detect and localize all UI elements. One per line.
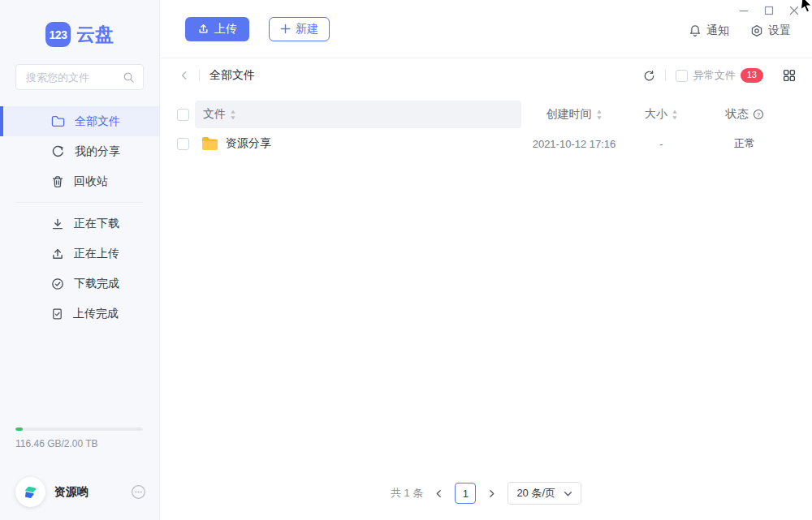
abnormal-files-label: 异常文件 — [693, 68, 736, 83]
main-panel: 上传 新建 通知 设置 — [160, 0, 812, 520]
sidebar-item-label: 正在上传 — [74, 247, 119, 261]
refresh-icon[interactable] — [643, 70, 655, 82]
new-button-label: 新建 — [296, 22, 318, 37]
upload-tray-icon — [197, 23, 209, 35]
breadcrumb-current: 全部文件 — [209, 68, 255, 83]
sidebar-item-upload-complete[interactable]: 上传完成 — [0, 299, 159, 329]
toolbar-right: 通知 设置 — [689, 24, 812, 38]
trash-icon — [51, 175, 74, 188]
select-all-checkbox[interactable] — [177, 109, 189, 121]
user-name: 资源哟 — [54, 485, 131, 500]
sort-carets-icon[interactable] — [672, 110, 678, 120]
search-box[interactable] — [15, 64, 144, 90]
breadcrumb-bar: 全部文件 异常文件 13 — [160, 60, 812, 91]
storage-progress-fill — [15, 428, 23, 431]
upload-icon — [51, 247, 74, 260]
app-logo: 123 云盘 — [0, 22, 159, 47]
column-label-size: 大小 — [645, 107, 667, 122]
table-header-row: 文件 创建时间 大小 — [177, 101, 793, 128]
next-page-icon[interactable] — [487, 489, 496, 498]
notifications-button[interactable]: 通知 — [689, 24, 729, 38]
storage-usage-label: 116.46 GB/2.00 TB — [15, 438, 143, 449]
doc-check-icon — [51, 307, 73, 320]
search-input[interactable] — [24, 71, 123, 84]
page-size-value: 20 条/页 — [516, 486, 555, 501]
close-button[interactable] — [789, 6, 799, 15]
sort-carets-icon[interactable] — [230, 110, 236, 120]
folder-icon — [51, 115, 75, 127]
grid-view-icon[interactable] — [783, 69, 796, 82]
sidebar-item-label: 回收站 — [74, 174, 108, 189]
file-created-time: 2021-10-12 17:16 — [533, 138, 616, 150]
plus-icon — [280, 24, 291, 34]
chevron-down-icon — [564, 489, 572, 498]
abnormal-files-checkbox[interactable] — [676, 70, 688, 82]
sort-carets-icon[interactable] — [596, 110, 603, 120]
sidebar-item-all-files[interactable]: 全部文件 — [0, 106, 159, 136]
notifications-label: 通知 — [706, 24, 729, 38]
sidebar-item-label: 我的分享 — [75, 144, 120, 159]
file-status: 正常 — [734, 136, 755, 151]
search-icon[interactable] — [123, 71, 135, 84]
settings-label: 设置 — [768, 24, 791, 38]
sidebar-item-recycle-bin[interactable]: 回收站 — [0, 166, 159, 196]
app-window: 123 云盘 全部文件 我的分享 — [0, 0, 812, 520]
sidebar-divider — [16, 202, 143, 203]
pagination: 共 1 条 1 20 条/页 — [160, 473, 812, 520]
sidebar-nav: 全部文件 我的分享 回收站 — [0, 106, 159, 196]
prev-page-icon[interactable] — [434, 489, 443, 498]
gear-icon — [750, 24, 763, 37]
storage-progress-track — [15, 428, 143, 431]
logo-123-icon: 123 — [45, 22, 71, 47]
folder-yellow-icon — [201, 136, 218, 151]
user-account[interactable]: 资源哟 — [0, 449, 159, 520]
sidebar-item-uploading[interactable]: 正在上传 — [0, 239, 159, 269]
back-button[interactable] — [179, 71, 189, 80]
avatar[interactable] — [15, 477, 45, 507]
upload-button[interactable]: 上传 — [185, 17, 249, 41]
sidebar-item-downloading[interactable]: 正在下载 — [0, 208, 159, 239]
sidebar-item-label: 下载完成 — [74, 277, 119, 291]
column-label-file: 文件 — [203, 107, 226, 122]
window-controls — [739, 6, 799, 15]
filter-bar: 异常文件 13 — [643, 68, 796, 83]
new-button[interactable]: 新建 — [269, 17, 330, 41]
abnormal-count-badge: 13 — [741, 68, 763, 82]
file-name[interactable]: 资源分享 — [226, 136, 271, 151]
row-checkbox[interactable] — [177, 138, 189, 150]
check-circle-icon — [51, 277, 74, 290]
sidebar-item-my-shares[interactable]: 我的分享 — [0, 136, 159, 166]
page-size-select[interactable]: 20 条/页 — [508, 482, 581, 505]
sidebar-transfer-nav: 正在下载 正在上传 下载完成 上传完成 — [0, 208, 159, 329]
column-label-status: 状态 — [726, 107, 749, 122]
download-icon — [51, 217, 74, 230]
maximize-button[interactable] — [764, 6, 774, 15]
page-number-button[interactable]: 1 — [455, 483, 476, 504]
filter-divider — [665, 70, 666, 81]
settings-button[interactable]: 设置 — [750, 24, 791, 38]
sidebar: 123 云盘 全部文件 我的分享 — [0, 0, 160, 520]
help-icon[interactable]: ? — [753, 109, 764, 120]
row-file-cell[interactable]: 资源分享 — [195, 136, 521, 151]
storage-usage: 116.46 GB/2.00 TB — [15, 428, 143, 449]
column-label-created: 创建时间 — [546, 107, 592, 122]
pagination-total: 共 1 条 — [391, 486, 423, 501]
bell-icon — [689, 24, 702, 37]
column-header-status: 状态 ? — [696, 107, 793, 122]
breadcrumb-divider — [199, 70, 200, 81]
column-header-created[interactable]: 创建时间 — [521, 107, 627, 122]
file-size: - — [659, 138, 663, 150]
share-icon — [51, 145, 75, 158]
app-title: 云盘 — [76, 22, 114, 47]
sidebar-item-label: 全部文件 — [75, 114, 120, 129]
table-row[interactable]: 资源分享 2021-10-12 17:16 - 正常 — [177, 130, 793, 157]
upload-button-label: 上传 — [214, 22, 237, 37]
column-header-size[interactable]: 大小 — [627, 107, 696, 122]
column-header-file[interactable]: 文件 — [195, 101, 521, 128]
toolbar: 上传 新建 通知 设置 — [160, 0, 812, 58]
sidebar-item-download-complete[interactable]: 下载完成 — [0, 269, 159, 299]
ellipsis-icon[interactable] — [131, 484, 146, 500]
sidebar-item-label: 正在下载 — [74, 217, 119, 231]
sidebar-item-label: 上传完成 — [73, 307, 119, 321]
minimize-button[interactable] — [739, 6, 749, 15]
